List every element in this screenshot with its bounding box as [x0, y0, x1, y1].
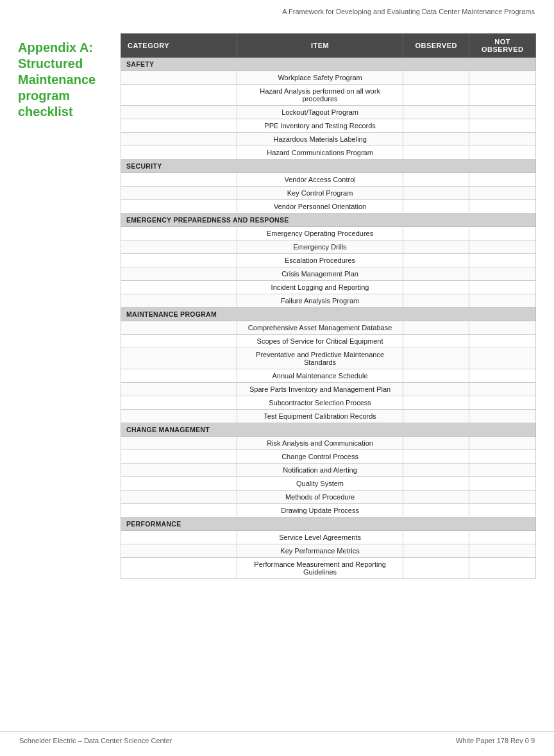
footer-left: Schneider Electric – Data Center Science… [19, 737, 172, 744]
item-cell: Lockout/Tagout Program [237, 106, 403, 119]
col-header-observed: OBSERVED [403, 34, 469, 58]
table-row: Risk Analysis and Communication [121, 437, 536, 450]
item-cell: Key Performance Metrics [237, 544, 403, 558]
item-cell: Failure Analysis Program [237, 294, 403, 308]
item-cell: Annual Maintenance Schedule [237, 369, 403, 383]
item-cell: Scopes of Service for Critical Equipment [237, 335, 403, 348]
item-cell: Hazard Communications Program [237, 146, 403, 160]
item-cell: Drawing Update Process [237, 504, 403, 517]
item-cell: PPE Inventory and Testing Records [237, 119, 403, 133]
item-cell: Preventative and Predictive Maintenance … [237, 348, 403, 369]
table-row: PPE Inventory and Testing Records [121, 119, 536, 133]
item-cell: Crisis Management Plan [237, 267, 403, 281]
col-header-item: ITEM [237, 34, 403, 58]
item-cell: Emergency Drills [237, 240, 403, 254]
item-cell: Spare Parts Inventory and Management Pla… [237, 383, 403, 396]
table-row: Performance Measurement and Reporting Gu… [121, 558, 536, 579]
item-cell: Hazardous Materials Labeling [237, 133, 403, 146]
header-title: A Framework for Developing and Evaluatin… [282, 8, 535, 15]
item-cell: Vendor Personnel Orientation [237, 200, 403, 214]
table-row: Incident Logging and Reporting [121, 281, 536, 294]
item-cell: Key Control Program [237, 187, 403, 200]
category-row: SAFETY [121, 58, 536, 71]
table-row: Drawing Update Process [121, 504, 536, 517]
sidebar-title: Appendix A: Structured Maintenance progr… [18, 40, 108, 120]
item-cell: Vendor Access Control [237, 173, 403, 187]
category-row: PERFORMANCE [121, 517, 536, 531]
category-row: MAINTENANCE PROGRAM [121, 308, 536, 321]
table-row: Spare Parts Inventory and Management Pla… [121, 383, 536, 396]
item-cell: Service Level Agreements [237, 531, 403, 544]
table-row: Lockout/Tagout Program [121, 106, 536, 119]
checklist-table: CATEGORY ITEM OBSERVED NOT OBSERVED SAFE… [121, 33, 536, 579]
col-header-category: CATEGORY [121, 34, 237, 58]
table-row: Quality System [121, 477, 536, 491]
table-row: Notification and Alerting [121, 464, 536, 477]
item-cell: Methods of Procedure [237, 491, 403, 504]
item-cell: Escalation Procedures [237, 254, 403, 267]
table-row: Workplace Safety Program [121, 71, 536, 85]
item-cell: Performance Measurement and Reporting Gu… [237, 558, 403, 579]
table-row: Service Level Agreements [121, 531, 536, 544]
table-row: Vendor Personnel Orientation [121, 200, 536, 214]
table-row: Emergency Operating Procedures [121, 227, 536, 240]
item-cell: Change Control Process [237, 450, 403, 464]
table-row: Preventative and Predictive Maintenance … [121, 348, 536, 369]
table-row: Crisis Management Plan [121, 267, 536, 281]
item-cell: Incident Logging and Reporting [237, 281, 403, 294]
table-row: Comprehensive Asset Management Database [121, 321, 536, 335]
item-cell: Notification and Alerting [237, 464, 403, 477]
item-cell: Quality System [237, 477, 403, 491]
item-cell: Risk Analysis and Communication [237, 437, 403, 450]
table-row: Scopes of Service for Critical Equipment [121, 335, 536, 348]
table-row: Annual Maintenance Schedule [121, 369, 536, 383]
table-row: Subcontractor Selection Process [121, 396, 536, 410]
col-header-not-observed: NOT OBSERVED [469, 34, 536, 58]
table-row: Failure Analysis Program [121, 294, 536, 308]
page-header: A Framework for Developing and Evaluatin… [0, 0, 554, 21]
category-row: SECURITY [121, 160, 536, 173]
table-row: Escalation Procedures [121, 254, 536, 267]
item-cell: Test Equipment Calibration Records [237, 410, 403, 423]
table-row: Change Control Process [121, 450, 536, 464]
footer-right: White Paper 178 Rev 0 9 [456, 737, 535, 744]
category-row: EMERGENCY PREPAREDNESS AND RESPONSE [121, 214, 536, 227]
item-cell: Subcontractor Selection Process [237, 396, 403, 410]
item-cell: Hazard Analysis performed on all work pr… [237, 85, 403, 106]
item-cell: Workplace Safety Program [237, 71, 403, 85]
table-row: Methods of Procedure [121, 491, 536, 504]
table-row: Key Performance Metrics [121, 544, 536, 558]
table-row: Hazard Analysis performed on all work pr… [121, 85, 536, 106]
table-row: Emergency Drills [121, 240, 536, 254]
table-row: Key Control Program [121, 187, 536, 200]
table-row: Test Equipment Calibration Records [121, 410, 536, 423]
item-cell: Emergency Operating Procedures [237, 227, 403, 240]
table-row: Hazard Communications Program [121, 146, 536, 160]
page-footer: Schneider Electric – Data Center Science… [0, 731, 554, 744]
table-row: Vendor Access Control [121, 173, 536, 187]
item-cell: Comprehensive Asset Management Database [237, 321, 403, 335]
table-row: Hazardous Materials Labeling [121, 133, 536, 146]
category-row: CHANGE MANAGEMENT [121, 423, 536, 437]
